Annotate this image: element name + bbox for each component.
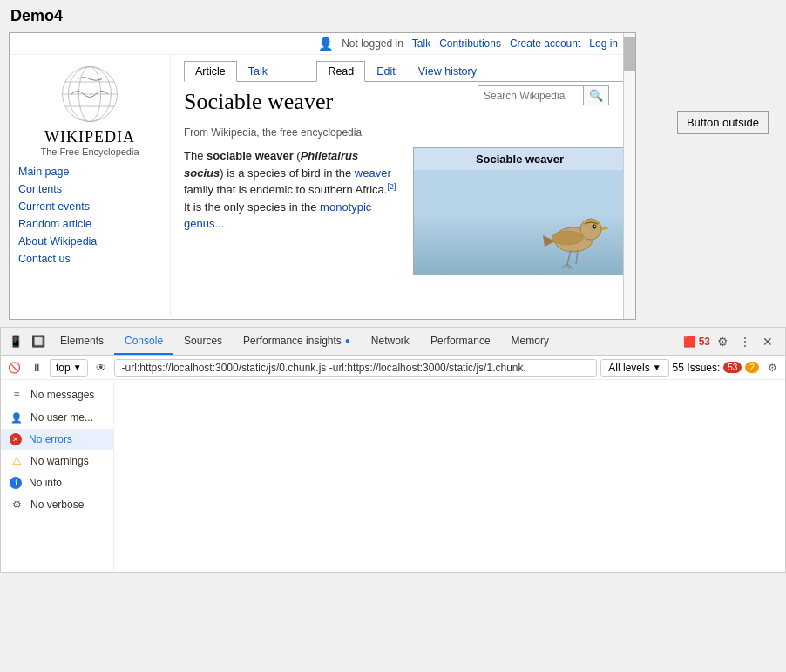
devtools-panel: 📱 🔲 Elements Console Sources Performance… <box>0 327 786 573</box>
bird-svg <box>525 179 613 275</box>
filter-no-verbose[interactable]: ⚙ No verbose <box>1 493 113 516</box>
context-label: top <box>56 362 71 374</box>
filter-no-warnings-label: No warnings <box>30 455 89 467</box>
tab-performance[interactable]: Performance <box>420 328 501 355</box>
error-count: 53 <box>699 336 710 348</box>
wiki-topbar: 👤 Not logged in Talk Contributions Creat… <box>10 33 635 55</box>
search-input[interactable] <box>478 87 583 105</box>
warning-icon: ⚠ <box>10 454 24 468</box>
filter-no-errors-label: No errors <box>29 433 72 445</box>
issues-warning-count: 2 <box>745 362 759 373</box>
wiki-navigation: Main page Contents Current events Random… <box>18 166 161 265</box>
devtools-close-btn[interactable]: ✕ <box>757 331 778 352</box>
wiki-logo-name: WIKIPEDIA <box>44 128 135 146</box>
article-body-wrapper: The sociable weaver (Philetairus socius)… <box>184 147 627 275</box>
talk-link[interactable]: Talk <box>412 37 430 50</box>
error-x-icon: ✕ <box>10 433 22 445</box>
devtools-filter-panel: ≡ No messages 👤 No user me... ✕ No error… <box>1 380 114 572</box>
tab-read[interactable]: Read <box>316 61 365 82</box>
wiki-content: WIKIPEDIA The Free Encyclopedia Main pag… <box>10 55 635 316</box>
error-icon: 🟥 <box>683 336 696 348</box>
tab-performance-insights[interactable]: Performance insights ● <box>233 328 361 355</box>
browser-window: 👤 Not logged in Talk Contributions Creat… <box>9 32 636 320</box>
user-icon: 👤 <box>10 411 24 424</box>
svg-marker-10 <box>601 227 608 230</box>
article-body-4: ... <box>214 217 224 230</box>
tab-console[interactable]: Console <box>114 328 173 355</box>
filter-no-info-label: No info <box>29 477 62 489</box>
not-logged-in-text: Not logged in <box>342 37 403 50</box>
console-clear-btn[interactable]: 🚫 <box>4 358 24 377</box>
nav-random-article[interactable]: Random article <box>18 218 161 230</box>
devtools-console-output[interactable] <box>114 380 785 572</box>
wiki-logo: WIKIPEDIA The Free Encyclopedia <box>18 64 161 157</box>
article-infobox: Sociable weaver <box>413 147 627 275</box>
article-subtitle: From Wikipedia, the free encyclopedia <box>184 126 627 139</box>
page-title: Demo4 <box>0 0 786 32</box>
console-eye-btn[interactable]: 👁 <box>91 358 111 377</box>
nav-contents[interactable]: Contents <box>18 183 161 195</box>
devtools-settings-btn[interactable]: ⚙ <box>712 331 733 352</box>
login-link[interactable]: Log in <box>589 37 618 50</box>
tab-article[interactable]: Article <box>184 61 237 82</box>
devtools-toolbar: 📱 🔲 Elements Console Sources Performance… <box>1 328 785 356</box>
filter-no-verbose-label: No verbose <box>30 499 84 511</box>
devtools-device-btn[interactable]: 📱 <box>4 330 27 353</box>
nav-about-wikipedia[interactable]: About Wikipedia <box>18 235 161 248</box>
devtools-more-btn[interactable]: ⋮ <box>735 331 756 352</box>
article-body-start: The <box>184 149 207 162</box>
article-ref1: [2] <box>387 182 396 191</box>
wiki-sidebar: WIKIPEDIA The Free Encyclopedia Main pag… <box>10 55 171 316</box>
messages-icon: ≡ <box>10 388 24 402</box>
console-context-select[interactable]: top ▼ <box>50 359 88 377</box>
article-close-paren: ) is a species of bird in the <box>220 166 355 180</box>
devtools-console-toolbar: 🚫 ⏸ top ▼ 👁 All levels ▼ 55 Issues: 53 2… <box>1 356 785 380</box>
nav-contact-us[interactable]: Contact us <box>18 253 161 265</box>
devtools-inspect-btn[interactable]: 🔲 <box>27 330 50 353</box>
tab-memory[interactable]: Memory <box>501 328 559 355</box>
svg-line-13 <box>567 250 571 264</box>
filter-no-messages-label: No messages <box>30 389 94 401</box>
wiki-search-container: 🔍 <box>478 85 609 105</box>
svg-point-9 <box>594 225 596 227</box>
article-weaver-link[interactable]: weaver <box>355 166 391 180</box>
article-body-2: family that is endemic to southern Afric… <box>184 183 387 196</box>
console-pause-btn[interactable]: ⏸ <box>27 358 46 377</box>
user-icon: 👤 <box>318 37 333 51</box>
chevron-down-icon2: ▼ <box>653 363 661 372</box>
console-filter-input[interactable] <box>114 359 598 377</box>
console-level-select[interactable]: All levels ▼ <box>600 359 668 377</box>
devtools-main: ≡ No messages 👤 No user me... ✕ No error… <box>1 380 785 572</box>
nav-main-page[interactable]: Main page <box>18 166 161 178</box>
tab-sources[interactable]: Sources <box>173 328 233 355</box>
tab-edit[interactable]: Edit <box>365 61 407 82</box>
article-bold: sociable weaver <box>207 149 294 162</box>
tab-network[interactable]: Network <box>361 328 420 355</box>
issues-text: 55 Issues: <box>673 362 721 374</box>
tab-view-history[interactable]: View history <box>407 61 488 82</box>
console-settings-btn[interactable]: ⚙ <box>762 358 782 377</box>
filter-no-warnings[interactable]: ⚠ No warnings <box>1 450 113 472</box>
svg-line-15 <box>562 264 567 268</box>
create-account-link[interactable]: Create account <box>510 37 580 50</box>
issues-error-count: 53 <box>723 362 742 373</box>
svg-line-14 <box>576 250 578 264</box>
level-label: All levels <box>608 362 649 374</box>
contributions-link[interactable]: Contributions <box>439 37 501 50</box>
filter-no-errors[interactable]: ✕ No errors <box>1 429 113 450</box>
infobox-title: Sociable weaver <box>414 148 626 170</box>
button-outside[interactable]: Button outside <box>677 111 769 134</box>
verbose-icon: ⚙ <box>10 498 24 512</box>
nav-current-events[interactable]: Current events <box>18 200 161 213</box>
article-text: The sociable weaver (Philetairus socius)… <box>184 147 400 275</box>
filter-no-info[interactable]: ℹ No info <box>1 472 113 493</box>
search-button[interactable]: 🔍 <box>583 86 608 105</box>
tab-elements[interactable]: Elements <box>50 328 114 355</box>
filter-no-messages[interactable]: ≡ No messages <box>1 384 113 406</box>
devtools-actions: 🟥 53 ⚙ ⋮ ✕ <box>683 331 782 352</box>
filter-no-user-messages[interactable]: 👤 No user me... <box>1 406 113 429</box>
tab-talk[interactable]: Talk <box>237 61 279 82</box>
filter-no-user-label: No user me... <box>30 411 93 424</box>
browser-scrollbar[interactable] <box>623 33 635 319</box>
browser-scrollbar-thumb[interactable] <box>624 37 635 71</box>
